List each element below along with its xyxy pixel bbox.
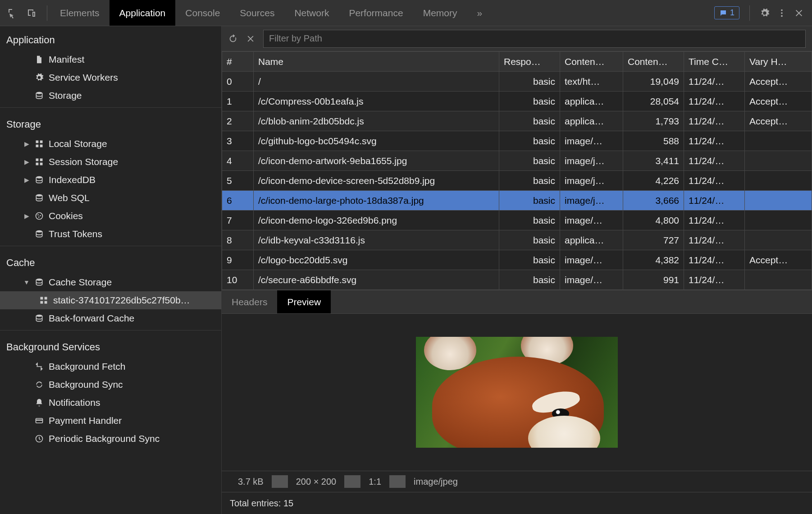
table-cell: basic <box>499 131 560 151</box>
sidebar-item-label: Background Fetch <box>49 361 125 372</box>
table-header[interactable]: Respo… <box>499 52 560 72</box>
kebab-icon[interactable] <box>777 8 787 18</box>
tab-performance[interactable]: Performance <box>339 0 413 26</box>
svg-rect-6 <box>36 145 39 147</box>
more-tabs[interactable]: » <box>467 8 492 18</box>
table-row[interactable]: 4/c/icon-demo-artwork-9eba1655.jpgbasici… <box>222 151 812 171</box>
db-icon <box>34 229 44 239</box>
table-header[interactable]: Conten… <box>560 52 623 72</box>
expand-icon[interactable]: ▶ <box>23 176 30 184</box>
grid-icon <box>34 157 44 166</box>
refresh-icon[interactable] <box>228 34 238 44</box>
expand-icon[interactable]: ▶ <box>23 212 30 220</box>
sidebar-item-periodic-background-sync[interactable]: ▶Periodic Background Sync <box>0 430 221 448</box>
table-row[interactable]: 10/c/secure-a66bbdfe.svgbasicimage/…9911… <box>222 270 812 290</box>
table-cell: 2 <box>222 111 254 131</box>
svg-point-15 <box>37 214 39 216</box>
tab-memory[interactable]: Memory <box>413 0 467 26</box>
group-title: Application <box>0 26 221 50</box>
clear-icon[interactable] <box>246 34 255 43</box>
tab-sources[interactable]: Sources <box>230 0 284 26</box>
tab-console[interactable]: Console <box>175 0 230 26</box>
sidebar-item-local-storage[interactable]: ▶Local Storage <box>0 135 221 153</box>
table-cell: basic <box>499 111 560 131</box>
sidebar-item-indexeddb[interactable]: ▶IndexedDB <box>0 171 221 189</box>
db-icon <box>34 91 44 100</box>
expand-icon[interactable]: ▶ <box>23 140 30 147</box>
table-row[interactable]: 7/c/icon-demo-logo-326ed9b6.pngbasicimag… <box>222 211 812 230</box>
sidebar-item-cookies[interactable]: ▶Cookies <box>0 207 221 225</box>
close-icon[interactable] <box>794 8 804 18</box>
table-cell: 11/24/… <box>684 111 745 131</box>
grid-icon <box>34 139 44 148</box>
table-cell: Accept… <box>745 72 812 92</box>
sidebar-item-trust-tokens[interactable]: ▶Trust Tokens <box>0 225 221 243</box>
messages-badge[interactable]: 1 <box>714 6 739 19</box>
table-header[interactable]: Time C… <box>684 52 745 72</box>
table-row[interactable]: 2/c/blob-anim-2db05bdc.jsbasicapplica…1,… <box>222 111 812 131</box>
sidebar-item-cache-entry[interactable]: static-3741017226db5c27f50b… <box>0 291 221 309</box>
table-row[interactable]: 9/c/logo-bcc20dd5.svgbasicimage/…4,38211… <box>222 250 812 270</box>
tab-application[interactable]: Application <box>109 0 176 26</box>
tab-elements[interactable]: Elements <box>50 0 109 26</box>
detail-tab-headers[interactable]: Headers <box>222 290 277 313</box>
detail-tab-preview[interactable]: Preview <box>277 290 331 313</box>
table-cell: basic <box>499 92 560 111</box>
sidebar-item-notifications[interactable]: ▶Notifications <box>0 394 221 412</box>
table-header[interactable]: Conten… <box>623 52 684 72</box>
table-cell: 19,049 <box>623 72 684 92</box>
inspect-icon[interactable] <box>7 8 18 18</box>
footer-status: Total entries: 15 <box>222 492 812 514</box>
table-row[interactable]: 6/c/icon-demo-large-photo-18da387a.jpgba… <box>222 191 812 211</box>
table-cell: 11/24/… <box>684 270 745 290</box>
sidebar-item-background-fetch[interactable]: ▶Background Fetch <box>0 358 221 376</box>
filter-input[interactable] <box>263 30 806 48</box>
sidebar-item-manifest[interactable]: ▶Manifest <box>0 50 221 69</box>
sidebar-item-payment-handler[interactable]: ▶Payment Handler <box>0 412 221 430</box>
sidebar-item-label: Background Sync <box>49 379 123 390</box>
detail-tabs: HeadersPreview <box>222 290 812 314</box>
table-cell: Accept… <box>745 250 812 270</box>
table-cell: 11/24/… <box>684 211 745 230</box>
tab-network[interactable]: Network <box>284 0 339 26</box>
svg-rect-7 <box>40 145 43 147</box>
sidebar-item-label: Periodic Background Sync <box>49 433 160 444</box>
sidebar-item-background-sync[interactable]: ▶Background Sync <box>0 376 221 394</box>
db-icon <box>34 278 44 287</box>
table-cell: image/… <box>560 250 623 270</box>
bell-icon <box>34 398 44 407</box>
sidebar-item-cache-storage[interactable]: ▼Cache Storage <box>0 273 221 291</box>
gear-icon[interactable] <box>760 8 770 18</box>
expand-icon[interactable]: ▼ <box>23 279 30 286</box>
messages-count: 1 <box>730 8 734 18</box>
table-row[interactable]: 5/c/icon-demo-device-screen-5d52d8b9.jpg… <box>222 171 812 191</box>
sidebar-item-back-forward-cache[interactable]: ▶Back-forward Cache <box>0 309 221 327</box>
table-row[interactable]: 1/c/Compress-00b1eafa.jsbasicapplica…28,… <box>222 92 812 111</box>
sidebar-item-session-storage[interactable]: ▶Session Storage <box>0 153 221 171</box>
table-row[interactable]: 3/c/github-logo-bc05494c.svgbasicimage/…… <box>222 131 812 151</box>
svg-point-24 <box>36 315 42 317</box>
sidebar-item-storage[interactable]: ▶Storage <box>0 87 221 105</box>
device-toggle-icon[interactable] <box>26 8 37 18</box>
table-header[interactable]: # <box>222 52 254 72</box>
table-cell: 3,666 <box>623 191 684 211</box>
svg-rect-11 <box>40 163 43 165</box>
table-header[interactable]: Name <box>254 52 499 72</box>
group-title: Storage <box>0 110 221 135</box>
svg-rect-20 <box>41 297 43 300</box>
table-cell: basic <box>499 211 560 230</box>
table-row[interactable]: 8/c/idb-keyval-c33d3116.jsbasicapplica…7… <box>222 230 812 250</box>
table-cell: /c/icon-demo-artwork-9eba1655.jpg <box>254 151 499 171</box>
table-cell: basic <box>499 270 560 290</box>
table-cell: applica… <box>560 92 623 111</box>
table-header[interactable]: Vary H… <box>745 52 812 72</box>
table-row[interactable]: 0/basictext/ht…19,04911/24/…Accept… <box>222 72 812 92</box>
table-cell: 4,382 <box>623 250 684 270</box>
expand-icon[interactable]: ▶ <box>23 158 30 165</box>
table-cell: basic <box>499 171 560 191</box>
table-cell: /c/Compress-00b1eafa.js <box>254 92 499 111</box>
db-icon <box>34 193 44 202</box>
sidebar-item-web-sql[interactable]: ▶Web SQL <box>0 189 221 207</box>
table-cell: 4 <box>222 151 254 171</box>
sidebar-item-service-workers[interactable]: ▶Service Workers <box>0 69 221 87</box>
